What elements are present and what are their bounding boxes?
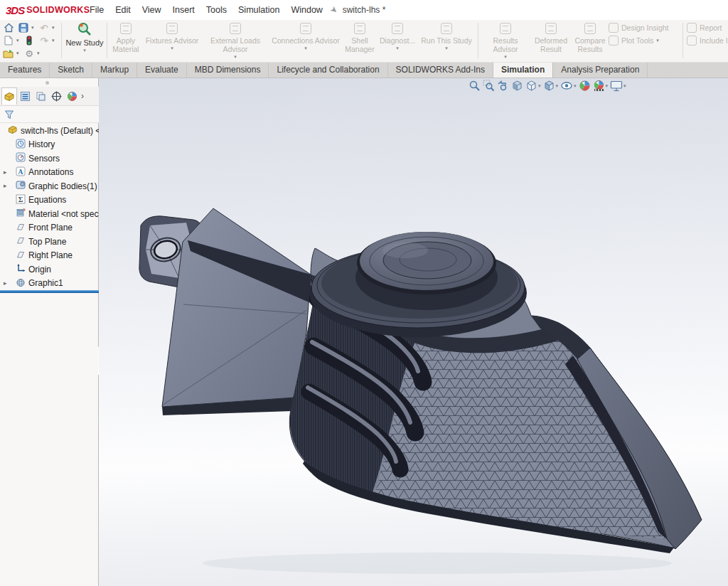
deformed-result-button[interactable]: Deformed Result — [530, 21, 572, 61]
connections-advisor-button[interactable]: Connections Advisor ▾ — [270, 21, 341, 61]
new-dropdown-caret[interactable]: ▾ — [16, 38, 21, 43]
redo-icon[interactable]: ↷ — [37, 35, 51, 47]
model-switch-lhs[interactable] — [99, 78, 728, 586]
tree-item-graphic-bodies[interactable]: ▸ Graphic Bodies(1) — [0, 179, 99, 193]
plot-tools-caret[interactable]: ▾ — [656, 38, 659, 43]
annotations-icon: A — [16, 166, 26, 179]
tree-item-origin[interactable]: Origin — [0, 262, 99, 277]
include-image-button[interactable]: Include I — [687, 36, 728, 46]
shell-manager-icon — [354, 23, 365, 34]
rollback-bar[interactable] — [0, 290, 99, 293]
fixtures-advisor-button[interactable]: Fixtures Advisor ▾ — [144, 21, 200, 61]
displaymanager-tab[interactable] — [64, 87, 80, 105]
menu-tools[interactable]: Tools — [201, 2, 232, 18]
expand-arrow-icon[interactable]: ▸ — [4, 169, 7, 176]
new-document-icon[interactable] — [1, 35, 16, 47]
external-loads-icon — [230, 23, 241, 34]
dimxpertmanager-tab[interactable] — [48, 87, 64, 105]
plot-tools-button[interactable]: Plot Tools ▾ — [609, 36, 669, 46]
tab-markup[interactable]: Markup — [92, 63, 137, 78]
fixtures-advisor-icon — [166, 23, 178, 34]
mesh-part-body[interactable] — [139, 208, 702, 553]
tab-mbd-dimensions[interactable]: MBD Dimensions — [187, 63, 269, 78]
shell-manager-button[interactable]: Shell Manager — [341, 21, 378, 61]
equations-icon: Σ — [16, 194, 26, 206]
origin-icon — [16, 263, 26, 275]
tree-item-right-plane[interactable]: Right Plane — [0, 249, 99, 263]
tab-evaluate[interactable]: Evaluate — [137, 63, 187, 78]
results-ribbon-buttons: Results Advisor ▾ Deformed Result Compar… — [481, 21, 609, 61]
part-icon — [7, 124, 18, 137]
insight-stack: Design Insight Plot Tools ▾ — [609, 23, 669, 46]
panel-collapse-dot[interactable] — [46, 81, 49, 85]
run-this-study-button[interactable]: Run This Study ▾ — [417, 21, 476, 61]
quick-access-toolbar: ▾ ↶ ▾ ▾ ↷ ▾ ▾ ⚙ ▾ — [1, 21, 61, 61]
save-icon[interactable] — [16, 22, 31, 34]
graphics-viewport[interactable]: ▾ ▾ ▾ ▾ ▾ — [99, 78, 728, 586]
simulation-ribbon-buttons: Apply Material Fixtures Advisor ▾ Extern… — [108, 21, 476, 61]
new-study-icon — [77, 21, 92, 37]
tree-item-history[interactable]: History — [0, 138, 99, 152]
expand-arrow-icon[interactable]: ▸ — [4, 279, 7, 287]
run-study-icon — [441, 23, 452, 34]
tab-sketch[interactable]: Sketch — [50, 63, 92, 78]
tree-item-annotations[interactable]: ▸ A Annotations — [0, 166, 99, 180]
diagnostics-icon — [392, 23, 403, 34]
graphic-bodies-icon — [16, 180, 26, 192]
floor-shadow — [203, 553, 672, 574]
tab-solidworks-addins[interactable]: SOLIDWORKS Add-Ins — [388, 63, 493, 78]
tree-item-graphic1[interactable]: ▸ Graphic1 — [0, 277, 99, 291]
tree-item-sensors[interactable]: Sensors — [0, 151, 99, 166]
report-button[interactable]: Report — [687, 23, 728, 33]
deformed-result-icon — [545, 23, 557, 34]
ribbon-separator — [682, 23, 683, 58]
undo-dropdown-caret[interactable]: ▾ — [52, 25, 57, 31]
solidworks-window: 3DS SOLIDWORKS File Edit View Insert Too… — [0, 0, 728, 586]
tree-item-equations[interactable]: Σ Equations — [0, 193, 99, 208]
tab-simulation[interactable]: Simulation — [493, 63, 553, 78]
menu-simulation[interactable]: Simulation — [233, 2, 284, 18]
manager-tab-overflow[interactable]: › — [81, 91, 84, 101]
graphic1-mesh-icon — [16, 277, 26, 289]
menu-file[interactable]: File — [85, 2, 109, 18]
tab-lifecycle-collaboration[interactable]: Lifecycle and Collaboration — [269, 63, 387, 78]
menu-edit[interactable]: Edit — [110, 2, 136, 18]
tree-root[interactable]: switch-lhs (Default) << — [0, 124, 99, 138]
menu-view[interactable]: View — [137, 2, 166, 18]
tree-filter-bar[interactable] — [0, 106, 99, 123]
redo-dropdown-caret[interactable]: ▾ — [52, 38, 57, 43]
design-insight-button[interactable]: Design Insight — [609, 23, 669, 33]
tab-analysis-preparation[interactable]: Analysis Preparation — [553, 63, 648, 78]
rebuild-traffic-light-icon[interactable] — [22, 35, 36, 47]
expand-arrow-icon[interactable]: ▸ — [4, 182, 7, 189]
feature-tree: switch-lhs (Default) << History Sensors … — [0, 124, 99, 290]
results-advisor-button[interactable]: Results Advisor ▾ — [481, 21, 530, 61]
tree-item-front-plane[interactable]: Front Plane — [0, 221, 99, 235]
sensors-icon — [16, 152, 26, 164]
save-dropdown-caret[interactable]: ▾ — [31, 25, 36, 31]
apply-material-button[interactable]: Apply Material — [108, 21, 144, 61]
compare-results-button[interactable]: Compare Results — [572, 21, 609, 61]
home-icon[interactable] — [1, 22, 16, 34]
open-dropdown-caret[interactable]: ▾ — [16, 50, 21, 56]
plane-icon — [16, 222, 26, 234]
pin-icon[interactable]: ➤ — [328, 4, 341, 16]
open-folder-icon[interactable] — [1, 48, 16, 60]
undo-icon[interactable]: ↶ — [37, 22, 51, 34]
configurationmanager-tab[interactable] — [33, 87, 48, 105]
tree-item-top-plane[interactable]: Top Plane — [0, 235, 99, 249]
solidworks-logo: 3DS SOLIDWORKS — [6, 4, 80, 16]
options-dropdown-caret[interactable]: ▾ — [37, 50, 42, 56]
propertymanager-tab[interactable] — [17, 87, 33, 105]
new-study-button[interactable]: New Study ▾ — [63, 21, 107, 61]
diagnostics-button[interactable]: Diagnost... ▾ — [378, 21, 417, 61]
menu-insert[interactable]: Insert — [168, 2, 200, 18]
gear-icon[interactable]: ⚙ — [22, 48, 36, 60]
featuremanager-tab[interactable] — [1, 87, 17, 105]
plane-icon — [16, 250, 26, 262]
external-loads-advisor-button[interactable]: External Loads Advisor ▾ — [200, 21, 270, 61]
report-stack: Report Include I — [687, 23, 728, 46]
menu-window[interactable]: Window — [286, 2, 327, 18]
tree-item-material[interactable]: Material <not speci — [0, 207, 99, 221]
tab-features[interactable]: Features — [0, 63, 50, 78]
